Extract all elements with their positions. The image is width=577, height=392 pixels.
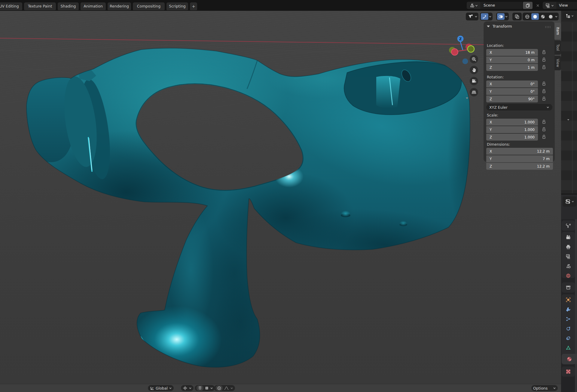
chevron-down-icon[interactable]: [489, 15, 492, 18]
viewport-3d[interactable]: Z: [0, 11, 561, 384]
xray-icon[interactable]: [513, 13, 521, 20]
properties-tab-modifiers[interactable]: [562, 305, 575, 314]
pivot-point-dropdown[interactable]: [181, 385, 194, 391]
viewport-footer: Global Options: [0, 384, 561, 392]
rotation-y-field[interactable]: Y0°: [486, 88, 538, 95]
rotation-x-field[interactable]: X0°: [486, 81, 538, 87]
workspace-tab-rendering[interactable]: Rendering: [108, 2, 131, 10]
properties-tab-scene[interactable]: [562, 261, 575, 271]
outliner-editor-type-button[interactable]: [563, 12, 576, 20]
lock-icon[interactable]: [542, 96, 546, 101]
properties-tab-view-layer[interactable]: [562, 252, 575, 261]
properties-tab-render[interactable]: [562, 232, 575, 242]
wireframe-shading-icon[interactable]: [524, 13, 531, 20]
location-y-field[interactable]: Y0 m: [486, 56, 538, 63]
material-preview-shading-icon[interactable]: [539, 13, 547, 20]
falloff-curve-icon[interactable]: [224, 386, 229, 390]
gizmo-toggle-icon[interactable]: [481, 13, 488, 20]
properties-tab-collection[interactable]: [562, 283, 575, 292]
sidebar-tab-item[interactable]: Item: [554, 23, 561, 39]
properties-tab-output[interactable]: [562, 242, 575, 252]
chevron-down-icon[interactable]: [505, 15, 508, 18]
scale-y-field[interactable]: Y1.000: [486, 126, 538, 133]
camera-view-button[interactable]: [470, 77, 478, 85]
solid-shading-icon[interactable]: [531, 13, 539, 20]
copy-icon: [526, 3, 530, 8]
overlays-toggle-icon[interactable]: [497, 13, 505, 20]
panel-drag-handle[interactable]: [545, 26, 550, 28]
scale-z-field[interactable]: Z1.000: [486, 134, 538, 141]
visibility-filter-group[interactable]: [466, 13, 478, 20]
properties-tab-constraints[interactable]: [562, 333, 575, 343]
properties-tab-particles[interactable]: [562, 314, 575, 324]
chevron-down-icon[interactable]: [555, 15, 558, 18]
chevron-down-icon[interactable]: [475, 15, 478, 18]
lock-icon[interactable]: [542, 81, 546, 86]
gizmos-group[interactable]: [480, 13, 493, 20]
location-x-field[interactable]: X18 m: [486, 49, 538, 56]
navigation-gizmo[interactable]: Z: [445, 32, 487, 74]
options-dropdown[interactable]: Options: [531, 385, 558, 391]
workspace-tab-animation[interactable]: Animation: [81, 2, 106, 10]
properties-tab-object-data[interactable]: [562, 343, 575, 353]
location-z-field[interactable]: Z1 m: [486, 64, 538, 71]
location-label: Location:: [487, 43, 504, 48]
lock-icon[interactable]: [542, 127, 546, 132]
sidebar-tab-tool[interactable]: Tool: [554, 40, 561, 55]
properties-tab-world[interactable]: [562, 271, 575, 281]
lock-icon[interactable]: [542, 120, 546, 124]
properties-tab-texture[interactable]: [562, 367, 575, 376]
zoom-button[interactable]: [470, 55, 478, 63]
scale-x-field[interactable]: X1.000: [486, 119, 538, 126]
proportional-editing-toggle[interactable]: [216, 385, 223, 391]
shading-mode-group[interactable]: [523, 13, 559, 20]
dimensions-y-field[interactable]: Y7 m: [486, 155, 553, 162]
lock-icon[interactable]: [542, 65, 546, 69]
workspace-tab-compositing[interactable]: Compositing: [133, 2, 165, 10]
panel-collapse-icon[interactable]: [487, 26, 490, 27]
properties-tab-physics[interactable]: [562, 324, 575, 333]
workspace-tab-scripting[interactable]: Scripting: [166, 2, 188, 10]
workspace-tab-texture-paint[interactable]: Texture Paint: [24, 2, 56, 10]
chevron-down-icon[interactable]: [230, 387, 233, 390]
scene-name-field[interactable]: Scene: [480, 2, 522, 9]
xray-toggle[interactable]: [512, 13, 522, 20]
new-scene-button[interactable]: [523, 2, 533, 9]
lock-icon[interactable]: [542, 135, 546, 139]
properties-tab-tool[interactable]: [562, 221, 575, 230]
add-workspace-button[interactable]: +: [190, 2, 197, 10]
proportional-editing-group[interactable]: [214, 385, 235, 391]
rotation-mode-dropdown[interactable]: XYZ Euler: [486, 104, 552, 111]
rendered-shading-icon[interactable]: [547, 13, 554, 20]
scene-type-button[interactable]: [467, 2, 480, 9]
workspace-tab-uv-editing[interactable]: UV Editing: [0, 2, 22, 10]
dimensions-z-field[interactable]: Z12.2 m: [486, 163, 553, 170]
lock-icon[interactable]: [542, 50, 546, 54]
chevron-down-icon[interactable]: [210, 387, 213, 390]
rotation-z-field[interactable]: Z90°: [486, 96, 538, 102]
filter-eye-icon[interactable]: [467, 13, 474, 20]
chevron-down-icon: [572, 200, 574, 203]
snapping-group[interactable]: [195, 385, 215, 391]
properties-editor-type-button[interactable]: [563, 196, 576, 207]
orientation-dropdown[interactable]: Global: [148, 385, 174, 391]
lock-icon[interactable]: [542, 57, 546, 62]
properties-tab-material[interactable]: [562, 354, 577, 364]
outliner-rows[interactable]: [561, 22, 577, 192]
snap-magnet-toggle[interactable]: [197, 385, 203, 391]
pan-button[interactable]: [470, 66, 478, 74]
properties-tab-object[interactable]: [562, 295, 575, 305]
snap-target-icon[interactable]: [205, 386, 209, 390]
view-layer-name-field[interactable]: View Layer: [556, 2, 577, 9]
outliner-disclosure-arrow[interactable]: [567, 119, 570, 121]
lock-icon[interactable]: [542, 89, 546, 93]
sidebar-tab-view[interactable]: View: [554, 56, 561, 70]
dimensions-x-field[interactable]: X12.2 m: [486, 148, 553, 155]
perspective-toggle-button[interactable]: [470, 88, 478, 96]
properties-editor: [561, 195, 577, 392]
delete-scene-button[interactable]: [534, 2, 542, 9]
sidebar-collapse-arrow[interactable]: [466, 97, 469, 99]
workspace-tab-shading[interactable]: Shading: [58, 2, 79, 10]
overlays-group[interactable]: [496, 13, 509, 20]
view-layer-type-button[interactable]: [543, 2, 556, 9]
